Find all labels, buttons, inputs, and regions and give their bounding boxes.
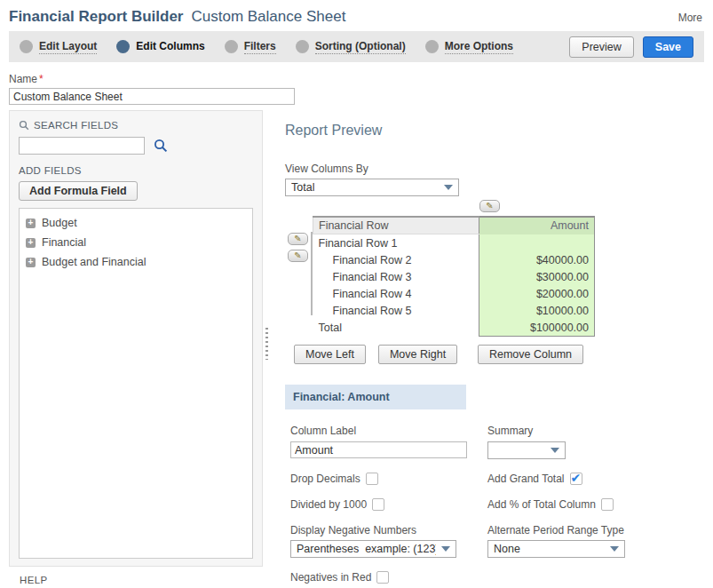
chevron-down-icon: [444, 185, 453, 190]
column-header-financial-row[interactable]: Financial Row: [313, 217, 479, 234]
add-pct-of-total-label: Add % of Total Column: [487, 498, 596, 511]
step-indicator-dot: [296, 40, 309, 53]
tree-item-label: Financial: [42, 236, 86, 249]
negatives-in-red-row: Negatives in Red: [290, 571, 487, 584]
preview-table-area: ✎ ✎ ✎ Financial Row Amount Financial Row…: [285, 200, 704, 337]
select-value: Total: [291, 181, 314, 194]
search-icon: [19, 120, 29, 131]
pencil-icon: ✎: [294, 234, 301, 243]
edit-row-2-pencil-button[interactable]: ✎: [288, 250, 308, 262]
column-label-label: Column Label: [290, 425, 487, 437]
summary-select[interactable]: [487, 441, 566, 459]
step-more-options[interactable]: More Options: [425, 40, 513, 54]
step-edit-layout[interactable]: Edit Layout: [20, 40, 97, 54]
search-fields-label: SEARCH FIELDS: [34, 120, 118, 131]
move-left-button[interactable]: Move Left: [294, 345, 366, 364]
pencil-icon: ✎: [294, 251, 301, 260]
tree-item-budget-and-financial[interactable]: + Budget and Financial: [26, 256, 246, 268]
step-label: More Options: [445, 40, 513, 54]
total-label: Total: [313, 319, 479, 337]
table-row[interactable]: Financial Row 2 $40000.00: [313, 251, 595, 268]
search-submit-icon[interactable]: [154, 139, 168, 153]
step-edit-columns[interactable]: Edit Columns: [116, 40, 204, 53]
add-fields-label: ADD FIELDS: [19, 165, 253, 176]
total-amount: $100000.00: [479, 319, 595, 337]
display-negative-select[interactable]: Parentheses example: (123): [290, 540, 456, 558]
report-name-subtitle: Custom Balance Sheet: [191, 8, 345, 26]
search-fields-input[interactable]: [19, 137, 145, 155]
row-label: Financial Row 5: [313, 302, 479, 319]
column-header-amount[interactable]: Amount: [479, 217, 595, 234]
table-row[interactable]: Financial Row 3 $30000.00: [313, 268, 595, 285]
add-formula-field-button[interactable]: Add Formula Field: [19, 181, 138, 201]
fields-tree: + Budget + Financial + Budget and Financ…: [19, 208, 253, 559]
report-preview-heading: Report Preview: [285, 123, 704, 139]
negatives-in-red-label: Negatives in Red: [290, 571, 371, 584]
drop-decimals-label: Drop Decimals: [290, 473, 360, 485]
divider-drag-handle[interactable]: [265, 328, 268, 360]
edit-row-1-pencil-button[interactable]: ✎: [288, 233, 308, 245]
remove-column-button[interactable]: Remove Column: [478, 345, 583, 364]
add-grand-total-label: Add Grand Total: [487, 473, 565, 485]
required-marker: *: [39, 73, 44, 85]
drop-decimals-row: Drop Decimals: [290, 473, 487, 485]
report-preview-panel: Report Preview View Columns By Total ✎ ✎…: [271, 110, 713, 567]
row-label: Financial Row 3: [313, 268, 479, 285]
divided-by-1000-label: Divided by 1000: [290, 498, 367, 511]
step-label: Edit Columns: [136, 40, 204, 53]
step-label: Edit Layout: [39, 40, 97, 54]
report-preview-table: Financial Row Amount Financial Row 1 Fin…: [313, 216, 595, 337]
financial-report-builder-page: Financial Report Builder Custom Balance …: [0, 0, 713, 588]
title-bar: Financial Report Builder Custom Balance …: [0, 0, 713, 28]
alternate-period-select[interactable]: None: [487, 540, 625, 558]
expand-plus-icon[interactable]: +: [26, 219, 36, 228]
step-filters[interactable]: Filters: [225, 40, 276, 54]
table-header-row: Financial Row Amount: [313, 217, 595, 234]
select-value: None: [494, 543, 520, 555]
column-actions-row: Move Left Move Right Remove Column: [294, 345, 583, 364]
tree-item-budget[interactable]: + Budget: [26, 217, 246, 229]
step-label: Filters: [244, 40, 276, 54]
view-columns-by-label: View Columns By: [285, 163, 704, 175]
chevron-down-icon: [551, 448, 559, 453]
divided-by-1000-checkbox[interactable]: [372, 498, 384, 511]
row-label: Financial Row 4: [313, 285, 479, 302]
save-button[interactable]: Save: [643, 36, 693, 58]
main-area: SEARCH FIELDS ADD FIELDS Add Formula Fie…: [0, 110, 713, 567]
display-negative-label: Display Negative Numbers: [290, 524, 487, 536]
help-link[interactable]: HELP: [20, 575, 48, 585]
column-editor-form: Column Label Summary Drop Decimals Add G…: [290, 425, 704, 584]
row-selection-indicator: [311, 232, 313, 315]
row-amount: $40000.00: [479, 251, 595, 268]
expand-plus-icon[interactable]: +: [26, 238, 36, 248]
alternate-period-label: Alternate Period Range Type: [487, 524, 704, 536]
move-right-button[interactable]: Move Right: [378, 345, 457, 364]
preview-button[interactable]: Preview: [569, 36, 633, 58]
tree-item-label: Budget: [42, 217, 77, 229]
table-row[interactable]: Financial Row 4 $20000.00: [313, 285, 595, 302]
name-label: Name: [9, 73, 37, 85]
select-value: Parentheses example: (123): [297, 543, 436, 555]
tree-item-financial[interactable]: + Financial: [26, 236, 246, 249]
add-pct-of-total-checkbox[interactable]: [601, 498, 614, 511]
row-amount: [479, 234, 595, 252]
negatives-in-red-checkbox[interactable]: [376, 571, 389, 584]
table-row[interactable]: Financial Row 1: [313, 234, 595, 252]
drop-decimals-checkbox[interactable]: [366, 473, 378, 485]
edit-column-pencil-button[interactable]: ✎: [479, 200, 500, 212]
chevron-down-icon: [441, 546, 450, 552]
row-label: Financial Row 2: [313, 251, 479, 268]
step-sorting[interactable]: Sorting (Optional): [296, 40, 406, 54]
add-grand-total-checkbox[interactable]: [570, 473, 582, 485]
table-row[interactable]: Financial Row 5 $10000.00: [313, 302, 595, 319]
expand-plus-icon[interactable]: +: [26, 258, 36, 267]
view-columns-by-select[interactable]: Total: [285, 179, 459, 196]
column-label-input[interactable]: [290, 441, 467, 458]
report-name-input[interactable]: [9, 88, 295, 105]
step-indicator-dot: [116, 40, 130, 53]
more-link[interactable]: More: [678, 12, 702, 24]
add-pct-of-total-row: Add % of Total Column: [487, 498, 704, 511]
step-indicator-dot: [20, 40, 33, 53]
column-editor-section-header: Financial: Amount: [285, 385, 466, 409]
page-title: Financial Report Builder: [9, 8, 183, 26]
